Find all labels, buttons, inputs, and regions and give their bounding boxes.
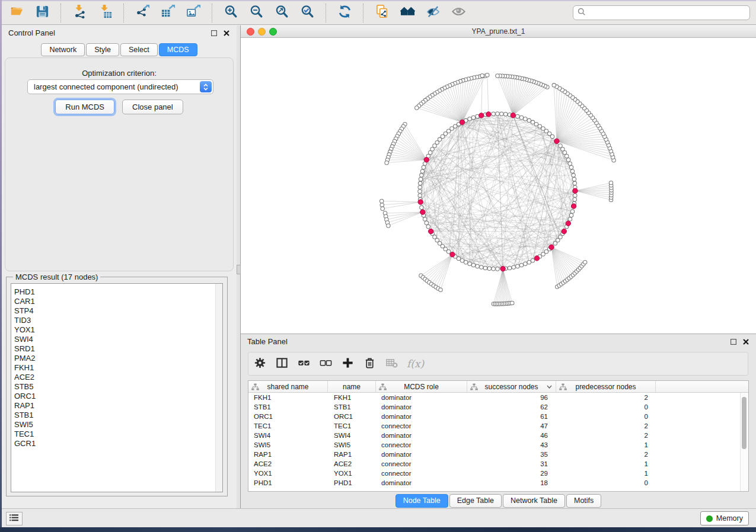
network-node[interactable] [438,137,441,141]
mcds-node[interactable] [549,245,554,249]
close-panel-icon[interactable] [224,29,229,38]
network-node[interactable] [569,213,573,217]
leaf-node[interactable] [381,207,384,210]
network-node[interactable] [538,124,541,128]
show-panels-button[interactable] [6,512,23,525]
network-node[interactable] [534,122,538,126]
network-node[interactable] [430,148,434,151]
open-session-button[interactable] [9,5,24,21]
control-tab-mcds[interactable]: MCDS [159,43,197,56]
node-table-row[interactable]: PHD1PHD1dominator180 [248,478,741,488]
network-node[interactable] [420,169,424,173]
leaf-node[interactable] [385,161,388,165]
mcds-node[interactable] [429,229,433,233]
search-input[interactable] [589,7,749,19]
node-table-row[interactable]: SWI4SWI4dominator462 [248,431,741,440]
mcds-node[interactable] [562,229,566,233]
network-node[interactable] [419,177,422,181]
node-table-row[interactable]: FKH1FKH1dominator962 [248,393,741,402]
zoom-fit-button[interactable] [274,5,289,21]
delete-column-button[interactable] [363,357,376,370]
leaf-node[interactable] [583,260,587,264]
zoom-out-button[interactable] [248,5,264,21]
network-node[interactable] [524,262,527,265]
network-node[interactable] [483,266,487,270]
network-node[interactable] [568,162,572,165]
network-node[interactable] [572,174,575,177]
network-node[interactable] [504,113,508,116]
column-header-name[interactable]: name [328,381,376,392]
leaf-node[interactable] [609,181,613,184]
network-node[interactable] [471,263,475,267]
node-table-row[interactable]: ACE2ACE2connector311 [248,459,741,469]
network-node[interactable] [446,250,450,254]
network-node[interactable] [569,165,573,169]
export-network-button[interactable] [135,5,150,21]
network-node[interactable] [527,261,531,264]
network-node[interactable] [454,124,457,128]
leaf-node[interactable] [387,224,390,227]
window-minimize-icon[interactable] [258,28,266,36]
node-table-row[interactable]: ORC1ORC1dominator610 [248,412,741,421]
network-node[interactable] [464,261,468,264]
table-scrollbar[interactable] [740,393,748,491]
first-neighbors-button[interactable] [400,5,415,21]
network-node[interactable] [428,150,432,154]
close-panel-icon[interactable] [743,338,749,347]
mcds-result-item[interactable]: PHD1 [14,287,222,297]
mcds-result-item[interactable]: YOX1 [14,325,222,335]
mcds-node[interactable] [450,252,455,257]
network-node[interactable] [425,221,428,225]
float-panel-icon[interactable] [731,338,736,347]
leaf-node[interactable] [496,74,499,78]
network-node[interactable] [567,158,570,162]
network-graph-canvas[interactable] [241,37,756,334]
mcds-node[interactable] [566,221,570,226]
network-node[interactable] [541,127,545,130]
mcds-result-item[interactable]: SWI5 [14,420,222,430]
network-node[interactable] [500,112,503,116]
network-node[interactable] [524,117,527,121]
network-node[interactable] [563,150,566,154]
network-node[interactable] [559,144,562,148]
network-node[interactable] [422,165,425,169]
network-node[interactable] [565,154,569,158]
column-header-MCDS-role[interactable]: MCDS role [376,381,467,392]
column-header-shared-name[interactable]: shared name [248,381,328,392]
mcds-result-item[interactable]: PMA2 [14,354,222,363]
network-node[interactable] [468,117,471,121]
network-node[interactable] [570,169,574,173]
network-node[interactable] [480,265,483,269]
mcds-node[interactable] [571,204,576,209]
splitter-grip[interactable] [237,265,241,274]
network-node[interactable] [573,198,576,201]
save-session-button[interactable] [34,5,50,21]
network-node[interactable] [460,259,464,262]
node-table-row[interactable]: STB1STB1dominator620 [248,402,741,412]
network-node[interactable] [423,217,427,221]
network-node[interactable] [496,267,499,271]
network-node[interactable] [561,148,564,151]
leaf-node[interactable] [380,199,384,203]
close-panel-button[interactable]: Close panel [122,100,183,114]
mcds-result-item[interactable]: SWI4 [14,335,222,344]
table-settings-button[interactable] [253,357,266,370]
table-tab-network-table[interactable]: Network Table [503,494,565,508]
network-node[interactable] [435,238,439,242]
network-node[interactable] [544,250,548,254]
mcds-result-item[interactable]: RAP1 [14,401,222,411]
mcds-result-item[interactable]: CAR1 [14,297,222,306]
mcds-result-item[interactable]: ORC1 [14,392,222,401]
leaf-node[interactable] [486,73,489,77]
export-table-button[interactable] [160,5,176,21]
mcds-node[interactable] [500,267,505,271]
mcds-result-item[interactable]: TEC1 [14,430,222,439]
zoom-selected-button[interactable] [299,5,315,21]
network-node[interactable] [508,266,511,270]
hide-selected-button[interactable] [425,5,441,21]
add-column-button[interactable] [341,357,354,370]
table-tab-edge-table[interactable]: Edge Table [449,494,502,508]
network-node[interactable] [570,210,574,213]
run-mcds-button[interactable]: Run MCDS [55,100,114,114]
network-node[interactable] [471,116,475,119]
